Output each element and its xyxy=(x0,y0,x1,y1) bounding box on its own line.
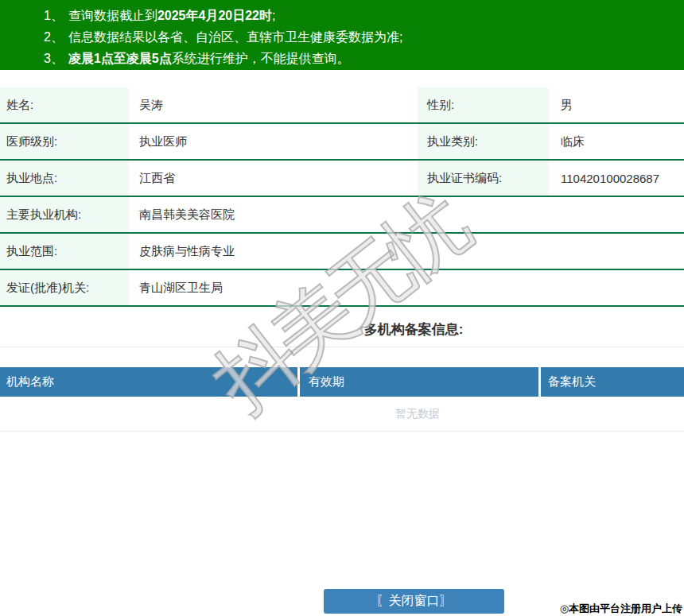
field-value-doctor-level: 执业医师 xyxy=(129,124,418,159)
notice-line-1: 1、查询数据截止到2025年4月20日22时; xyxy=(44,5,676,26)
notice-banner: 1、查询数据截止到2025年4月20日22时; 2、信息数据结果以各省、自治区、… xyxy=(0,0,684,70)
note-text: ; xyxy=(272,9,275,22)
field-label-practice-location: 执业地点: xyxy=(0,161,129,196)
multi-institution-section-title: 多机构备案信息: xyxy=(0,307,684,347)
field-label-main-institution: 主要执业机构: xyxy=(0,197,129,232)
note-text: 信息数据结果以各省、自治区、直辖市卫生健康委数据为准; xyxy=(68,30,402,44)
note-text: 系统进行维护，不能提供查询。 xyxy=(172,52,350,65)
practitioner-info-table: 姓名: 吴涛 性别: 男 医师级别: 执业医师 执业类别: 临床 执业地点: 江… xyxy=(0,87,684,307)
field-label-name: 姓名: xyxy=(0,87,129,122)
table-row: 执业范围: 皮肤病与性病专业 xyxy=(0,234,684,270)
filing-table-empty-row: 暂无数据 xyxy=(0,397,684,432)
notice-line-2: 2、信息数据结果以各省、自治区、直辖市卫生健康委数据为准; xyxy=(44,26,676,48)
field-label-practice-scope: 执业范围: xyxy=(0,234,129,269)
table-row: 执业地点: 江西省 执业证书编码: 110420100028687 xyxy=(0,161,684,197)
column-header-validity-period: 有效期 xyxy=(300,367,538,397)
field-value-gender: 男 xyxy=(549,87,684,122)
table-row: 姓名: 吴涛 性别: 男 xyxy=(0,87,684,124)
field-label-certificate-number: 执业证书编码: xyxy=(418,161,549,196)
table-row: 主要执业机构: 南昌韩美美容医院 xyxy=(0,197,684,234)
note-number: 2、 xyxy=(44,30,64,44)
no-data-text: 暂无数据 xyxy=(395,407,440,421)
table-row: 发证(批准)机关: 青山湖区卫生局 xyxy=(0,270,684,307)
note-number: 3、 xyxy=(44,52,64,65)
upload-credit-stamp: ◎本图由平台注册用户上传 xyxy=(560,602,682,616)
field-value-practice-scope: 皮肤病与性病专业 xyxy=(129,234,684,269)
note-text: 查询数据截止到 xyxy=(68,9,157,22)
field-label-doctor-level: 医师级别: xyxy=(0,124,129,159)
field-value-practice-location: 江西省 xyxy=(129,161,418,196)
notice-line-3: 3、凌晨1点至凌晨5点系统进行维护，不能提供查询。 xyxy=(44,48,676,69)
section-title-text: 多机构备案信息: xyxy=(364,320,464,339)
note-number: 1、 xyxy=(44,9,64,22)
field-value-certificate-number: 110420100028687 xyxy=(549,161,684,196)
note-bold-text: 凌晨1点至凌晨5点 xyxy=(68,52,172,65)
field-value-name: 吴涛 xyxy=(129,87,418,122)
table-row: 医师级别: 执业医师 执业类别: 临床 xyxy=(0,124,684,161)
field-value-issuing-authority: 青山湖区卫生局 xyxy=(129,270,684,305)
field-value-practice-category: 临床 xyxy=(549,124,684,159)
close-window-button[interactable]: 〖关闭窗口〗 xyxy=(324,589,504,614)
note-bold-text: 2025年4月20日22时 xyxy=(157,9,272,22)
column-header-institution-name: 机构名称 xyxy=(0,367,297,397)
column-header-filing-authority: 备案机关 xyxy=(541,367,684,397)
filing-table-header: 机构名称 有效期 备案机关 xyxy=(0,367,684,397)
field-label-practice-category: 执业类别: xyxy=(418,124,549,159)
field-label-gender: 性别: xyxy=(418,87,549,122)
field-value-main-institution: 南昌韩美美容医院 xyxy=(129,197,684,232)
field-label-issuing-authority: 发证(批准)机关: xyxy=(0,270,129,305)
